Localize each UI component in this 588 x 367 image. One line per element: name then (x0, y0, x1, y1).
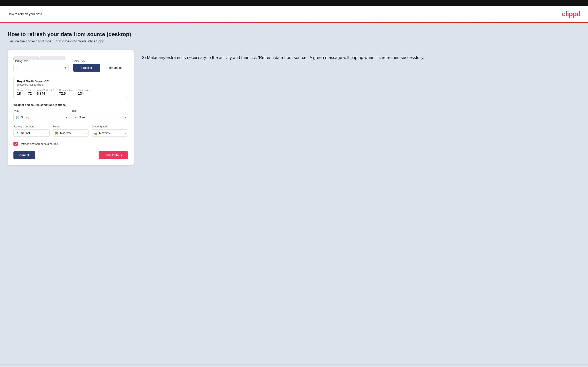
tab-stub-2 (40, 56, 65, 60)
page-heading: How to refresh your data from source (de… (8, 31, 580, 38)
rain-select[interactable]: None Light Heavy (79, 114, 128, 121)
wind-label: Wind (13, 109, 69, 112)
conditions-title: Weather and course conditions (optional) (13, 103, 128, 107)
par-stat: Par 72 (28, 89, 32, 96)
wind-select[interactable]: Strong None Light Moderate (21, 114, 69, 121)
side-instructions: 3) Make any extra edits necessary to the… (142, 50, 580, 61)
fairway-icon: 🏌 (14, 131, 21, 135)
form-card: Starting Hole 1 10 ▾ Game Type Practice … (8, 50, 134, 165)
header: How to refresh your data clippd (0, 6, 588, 22)
rain-group: Rain ☀ None Light Heavy ▾ (72, 109, 128, 121)
logo: clippd (562, 10, 580, 18)
game-type-group: Game Type Practice Tournament (73, 60, 128, 72)
yards-value: 6,744 (37, 92, 54, 96)
starting-hole-label: Starting Hole (13, 60, 69, 63)
course-rating-stat: Course rating 72.5 (59, 89, 73, 96)
holes-value: 18 (17, 92, 23, 96)
starting-hole-select-wrapper[interactable]: 1 10 ▾ (13, 64, 69, 72)
par-value: 72 (28, 92, 32, 96)
wind-group: Wind 💨 Strong None Light Moderate ▾ (13, 109, 69, 121)
footer: Copyright Clippd 2022 (0, 365, 588, 367)
rough-label: Rough (52, 125, 89, 128)
top-bar (0, 0, 588, 6)
course-rating-label: Course rating (59, 89, 73, 91)
fairway-rough-green-row: Fairway Conditions 🏌 Normal Firm Soft ▾ … (13, 125, 128, 137)
green-speed-select[interactable]: Moderate Slow Fast (99, 130, 128, 136)
cancel-button[interactable]: Cancel (13, 151, 35, 159)
fairway-select[interactable]: Normal Firm Soft (21, 130, 49, 136)
course-location: Westward Ho!, England (17, 83, 124, 86)
green-speed-group: Green Speed ⛳ Moderate Slow Fast ▾ (92, 125, 128, 137)
yards-stat: Yards/White (M)) 6,744 (37, 89, 54, 96)
course-info-box: Royal North Devon GC, Westward Ho!, Engl… (13, 76, 128, 99)
refresh-checkbox-row: Refresh shots from data source (13, 142, 128, 146)
wind-select-wrapper[interactable]: 💨 Strong None Light Moderate ▾ (13, 114, 69, 121)
holes-stat: Holes 18 (17, 89, 23, 96)
practice-button[interactable]: Practice (73, 64, 100, 72)
green-speed-icon: ⛳ (92, 131, 99, 135)
slope-rating-value: 134 (78, 92, 90, 96)
rain-select-wrapper[interactable]: ☀ None Light Heavy ▾ (72, 114, 128, 121)
green-speed-select-wrapper[interactable]: ⛳ Moderate Slow Fast ▾ (92, 129, 128, 137)
fairway-label: Fairway Conditions (13, 125, 50, 128)
content-area: Starting Hole 1 10 ▾ Game Type Practice … (8, 50, 580, 165)
course-name: Royal North Devon GC, (17, 80, 124, 83)
course-rating-value: 72.5 (59, 92, 73, 96)
starting-hole-group: Starting Hole 1 10 ▾ (13, 60, 69, 72)
header-title: How to refresh your data (8, 12, 42, 16)
course-stats: Holes 18 Par 72 Yards/White (M)) 6,744 C… (17, 89, 124, 96)
refresh-checkbox-label: Refresh shots from data source (20, 142, 58, 145)
rough-select-wrapper[interactable]: 🌿 Moderate Light Heavy ▾ (52, 129, 89, 137)
save-button[interactable]: Save Details (99, 151, 128, 159)
tab-stubs (13, 56, 128, 60)
rain-icon: ☀ (72, 116, 79, 119)
tab-stub-1 (13, 56, 39, 60)
rough-select[interactable]: Moderate Light Heavy (60, 130, 88, 136)
rain-label: Rain (72, 109, 128, 112)
page-subheading: Ensure the correct and most up to date d… (8, 39, 580, 43)
game-type-buttons: Practice Tournament (73, 64, 128, 72)
main-content: How to refresh your data from source (de… (0, 23, 588, 365)
wind-rain-row: Wind 💨 Strong None Light Moderate ▾ Rain (13, 109, 128, 121)
starting-hole-row: Starting Hole 1 10 ▾ Game Type Practice … (13, 60, 128, 72)
starting-hole-select[interactable]: 1 10 (14, 64, 68, 72)
rough-icon: 🌿 (53, 131, 60, 135)
game-type-label: Game Type (73, 60, 128, 63)
par-label: Par (28, 89, 32, 91)
refresh-checkbox[interactable] (13, 142, 18, 146)
rough-group: Rough 🌿 Moderate Light Heavy ▾ (52, 125, 89, 137)
wind-icon: 💨 (14, 116, 21, 119)
slope-rating-label: Slope rating (78, 89, 90, 91)
holes-label: Holes (17, 89, 23, 91)
fairway-select-wrapper[interactable]: 🏌 Normal Firm Soft ▾ (13, 129, 50, 137)
instruction-text: 3) Make any extra edits necessary to the… (142, 54, 580, 61)
slope-rating-stat: Slope rating 134 (78, 89, 90, 96)
green-speed-label: Green Speed (92, 125, 128, 128)
action-row: Cancel Save Details (13, 151, 128, 159)
tournament-button[interactable]: Tournament (100, 64, 128, 72)
yards-label: Yards/White (M)) (37, 89, 54, 91)
fairway-group: Fairway Conditions 🏌 Normal Firm Soft ▾ (13, 125, 50, 137)
